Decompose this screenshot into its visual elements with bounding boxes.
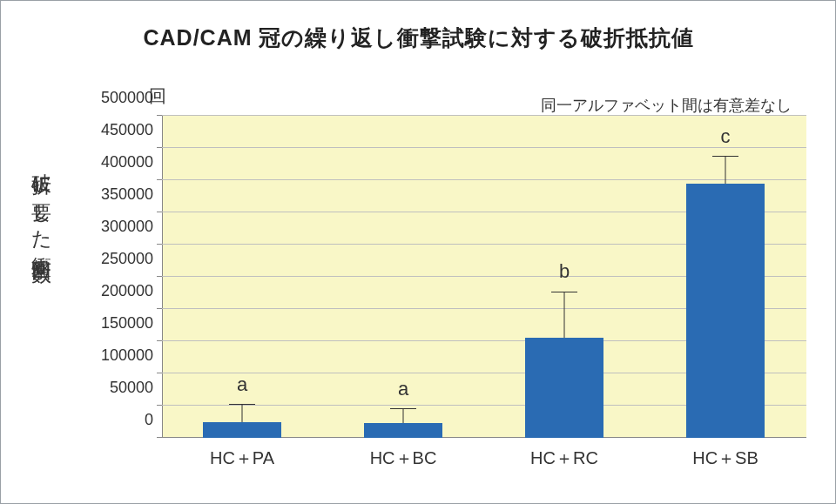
y-tick-label: 50000	[110, 379, 153, 397]
error-cap	[229, 404, 255, 405]
chart-title: CAD/CAM 冠の繰り返し衝撃試験に対する破折抵抗値	[1, 24, 836, 52]
y-tick-label: 0	[145, 411, 153, 429]
error-bar	[725, 157, 726, 184]
y-axis-line	[162, 116, 163, 438]
bar-hc-bc: a	[364, 423, 442, 438]
y-tick	[157, 437, 162, 438]
y-tick-label: 250000	[101, 250, 153, 268]
sig-label: a	[203, 373, 281, 396]
error-cap	[551, 292, 577, 292]
chart-frame: CAD/CAM 冠の繰り返し衝撃試験に対する破折抵抗値 回 同一アルファベット間…	[0, 0, 836, 504]
sig-label: b	[525, 260, 603, 283]
error-bar	[242, 405, 243, 422]
error-bar	[403, 409, 404, 423]
sig-label: c	[686, 125, 765, 148]
y-tick	[157, 115, 162, 116]
y-tick	[157, 147, 162, 148]
sig-label: a	[364, 378, 442, 400]
y-tick-label: 350000	[101, 185, 153, 204]
y-tick-label: 150000	[101, 314, 153, 333]
y-tick-label: 500000	[101, 89, 153, 107]
y-tick	[157, 212, 162, 212]
y-tick	[157, 340, 162, 341]
gridline	[162, 115, 806, 116]
y-tick-label: 400000	[101, 153, 153, 171]
error-cap	[712, 156, 738, 157]
y-tick	[157, 276, 162, 277]
bar-hc-rc: b	[525, 338, 603, 438]
x-tick-label: HC＋PA	[172, 447, 312, 470]
bar-hc-sb: c	[686, 184, 765, 438]
x-tick-label: HC＋RC	[495, 447, 634, 470]
plot-area: 0 50000 100000 150000 200000 250000 3000…	[162, 116, 806, 438]
bar-hc-pa: a	[203, 422, 281, 439]
y-tick-label: 200000	[101, 282, 153, 300]
y-tick-label: 100000	[101, 346, 153, 365]
y-tick-label: 300000	[101, 218, 153, 236]
y-tick-label: 450000	[101, 121, 153, 139]
y-tick	[157, 405, 162, 406]
error-bar	[564, 292, 565, 338]
significance-note: 同一アルファベット間は有意差なし	[541, 95, 792, 116]
x-tick-label: HC＋SB	[656, 447, 795, 470]
error-cap	[390, 408, 416, 409]
x-tick-label: HC＋BC	[334, 447, 473, 470]
y-axis-label: 破折に要した衝撃回数	[29, 158, 56, 252]
gridline	[162, 179, 806, 180]
y-tick	[157, 373, 162, 373]
y-tick	[157, 244, 162, 245]
y-tick	[157, 308, 162, 309]
y-tick	[157, 179, 162, 180]
